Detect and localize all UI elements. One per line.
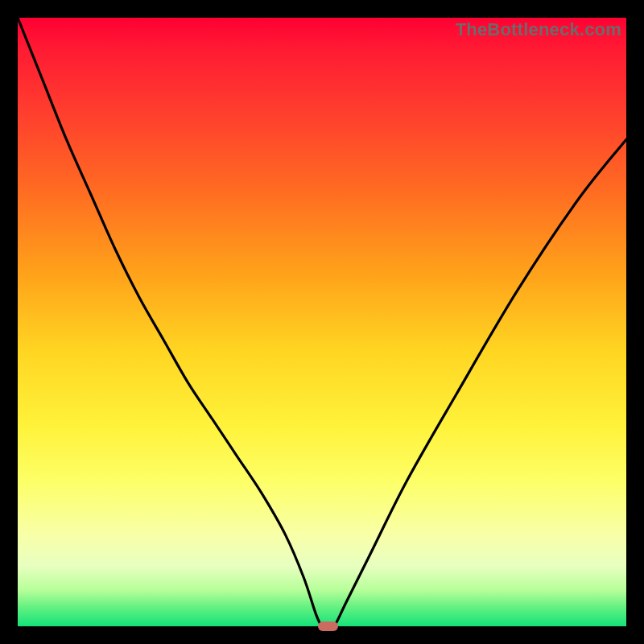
bottleneck-curve	[18, 18, 626, 626]
optimum-marker	[318, 621, 338, 631]
plot-area: TheBottleneck.com	[18, 18, 626, 626]
curve-svg	[18, 18, 626, 626]
chart-container: TheBottleneck.com	[0, 0, 644, 644]
